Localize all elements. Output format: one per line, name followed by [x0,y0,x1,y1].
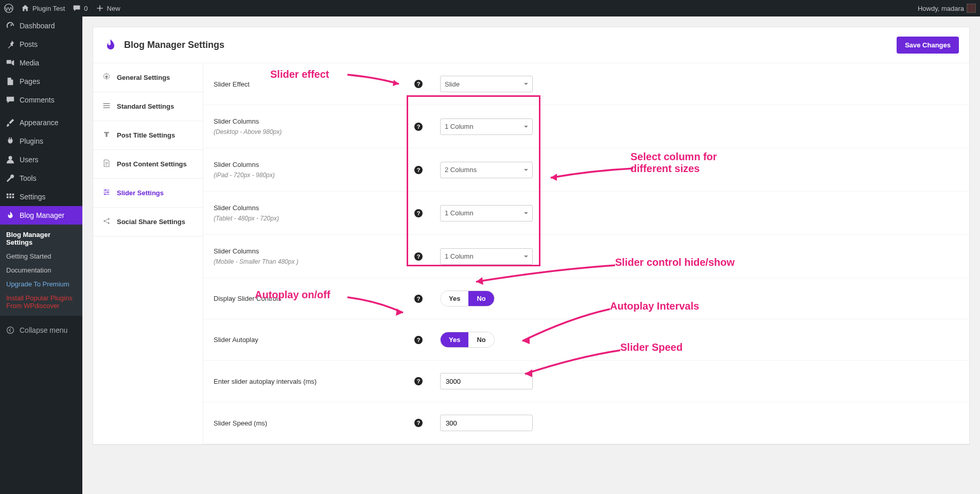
sidebar-item-media[interactable]: Media [0,54,82,72]
help-icon[interactable]: ? [414,123,423,131]
svg-point-10 [104,190,106,191]
sidebar-item-plugins[interactable]: Plugins [0,132,82,150]
submenu-blog-manager-settings[interactable]: Blog Manager Settings [0,228,82,249]
wp-logo-icon[interactable] [4,4,13,13]
new-content-link[interactable]: New [95,4,120,13]
help-icon[interactable]: ? [414,377,423,385]
save-changes-button[interactable]: Save Changes [897,37,959,54]
tab-label: Post Title Settings [117,131,175,139]
gear-icon [102,73,111,82]
select-cols-mobile[interactable]: 1 Column [440,248,533,265]
sidebar-item-pages[interactable]: Pages [0,72,82,91]
collapse-menu-button[interactable]: Collapse menu [0,320,82,340]
submenu-documentation[interactable]: Documentation [0,263,82,277]
comments-indicator[interactable]: 0 [72,4,87,13]
tab-standard[interactable]: Standard Settings [93,92,203,121]
submenu-upgrade[interactable]: Upgrade To Premium [0,277,82,291]
label-slider-effect: Slider Effect [214,80,404,88]
help-icon[interactable]: ? [414,295,423,303]
sublabel-cols-tablet: (Tablet - 480px - 720px) [214,215,404,222]
site-name: Plugin Test [32,5,65,12]
media-icon [5,58,15,68]
wrench-icon [5,173,15,183]
tab-label: Post Content Settings [117,160,187,168]
tab-slider[interactable]: Slider Settings [93,179,203,208]
greeting-text: Howdy, madara [918,5,964,12]
site-name-link[interactable]: Plugin Test [21,4,65,13]
help-icon[interactable]: ? [414,80,423,88]
sidebar-submenu: Blog Manager Settings Getting Started Do… [0,225,82,316]
select-slider-effect[interactable]: Slide [440,76,533,92]
toggle-yes[interactable]: Yes [441,332,468,347]
input-intervals[interactable] [440,373,533,389]
help-icon[interactable]: ? [414,209,423,217]
sidebar-item-label: Settings [20,193,46,201]
sidebar-item-comments[interactable]: Comments [0,91,82,109]
svg-rect-3 [9,194,11,196]
svg-point-12 [104,194,106,195]
label-speed: Slider Speed (ms) [214,419,404,427]
select-value: 2 Columns [445,166,477,174]
sidebar-item-blog-manager[interactable]: Blog Manager [0,206,82,225]
settings-tabs: General Settings Standard Settings Post … [93,63,203,444]
sidebar-item-appearance[interactable]: Appearance [0,113,82,132]
sidebar-item-label: Plugins [20,137,43,145]
tab-general[interactable]: General Settings [93,63,203,92]
collapse-label: Collapse menu [20,326,67,334]
admin-sidebar: Dashboard Posts Media Pages Comments App… [0,16,82,494]
sidebar-item-posts[interactable]: Posts [0,35,82,54]
svg-point-13 [103,220,105,222]
settings-content: Slider Effect ? Slide Slider Columns(Des… [203,63,969,444]
sliders-icon [102,188,111,198]
input-speed[interactable] [440,415,533,431]
tab-content[interactable]: Post Content Settings [93,150,203,179]
sublabel-cols-mobile: (Mobile - Smaller Than 480px ) [214,258,404,265]
svg-point-8 [7,327,14,334]
comment-icon [5,95,15,105]
tab-label: Standard Settings [117,103,174,110]
label-cols-mobile: Slider Columns [214,247,259,255]
help-icon[interactable]: ? [414,336,423,344]
chevron-down-icon [524,169,528,171]
toggle-autoplay[interactable]: YesNo [440,332,495,348]
tab-social[interactable]: Social Share Settings [93,208,203,236]
sidebar-item-dashboard[interactable]: Dashboard [0,16,82,35]
select-cols-ipad[interactable]: 2 Columns [440,162,533,178]
sublabel-cols-ipad: (iPad - 720px - 980px) [214,172,404,179]
help-icon[interactable]: ? [414,419,423,427]
label-cols-desktop: Slider Columns [214,117,259,125]
svg-rect-2 [7,194,9,196]
help-icon[interactable]: ? [414,166,423,174]
tab-title[interactable]: Post Title Settings [93,121,203,150]
select-value: 1 Column [445,209,474,217]
page-icon [5,76,15,87]
sidebar-item-settings[interactable]: Settings [0,188,82,206]
chevron-down-icon [524,126,528,128]
toggle-no[interactable]: No [468,332,494,347]
sidebar-item-users[interactable]: Users [0,150,82,169]
pin-icon [5,39,15,49]
toggle-controls[interactable]: YesNo [440,291,495,306]
logo-flame-icon [103,38,118,53]
label-intervals: Enter slider autoplay intervals (ms) [214,378,404,385]
sidebar-item-tools[interactable]: Tools [0,169,82,188]
flame-icon [5,210,15,220]
svg-rect-4 [12,194,14,196]
svg-rect-5 [7,196,9,198]
tab-label: Social Share Settings [117,218,185,226]
stack-icon [102,101,111,111]
brush-icon [5,117,15,128]
select-cols-desktop[interactable]: 1 Column [440,118,533,135]
help-icon[interactable]: ? [414,252,423,261]
submenu-install-plugins[interactable]: Install Popular Plugins From WPdiscover [0,291,82,313]
toggle-yes[interactable]: Yes [441,291,468,306]
user-greeting[interactable]: Howdy, madara [918,4,976,13]
submenu-getting-started[interactable]: Getting Started [0,249,82,263]
select-cols-tablet[interactable]: 1 Column [440,205,533,222]
share-icon [102,217,111,227]
sidebar-item-label: Users [20,156,39,164]
sidebar-item-label: Pages [20,77,40,86]
toggle-no[interactable]: No [468,291,494,306]
select-value: 1 Column [445,123,474,130]
admin-bar: Plugin Test 0 New Howdy, madara [0,0,980,16]
